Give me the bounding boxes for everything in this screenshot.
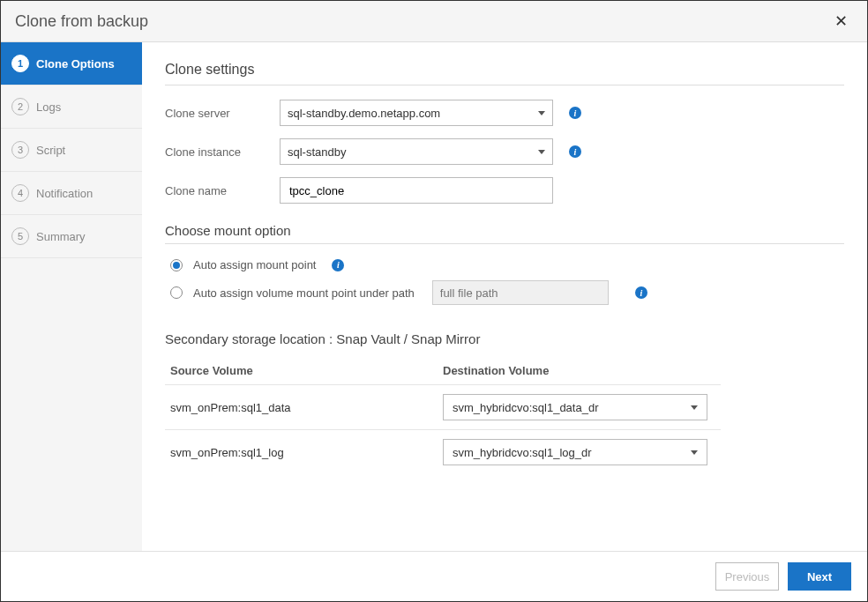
clone-server-label: Clone server (165, 107, 280, 120)
table-row: svm_onPrem:sql1_log svm_hybridcvo:sql1_l… (165, 429, 721, 474)
step-number: 5 (11, 227, 29, 245)
mount-option-auto-label: Auto assign mount point (193, 258, 316, 271)
clone-instance-label: Clone instance (165, 145, 280, 159)
destination-volume-select[interactable]: svm_hybridcvo:sql1_data_dr (443, 394, 707, 420)
clone-name-input[interactable] (280, 177, 553, 204)
modal-footer: Previous Next (1, 551, 867, 601)
mount-option-path[interactable]: Auto assign volume mount point under pat… (170, 280, 844, 305)
destination-volume-select[interactable]: svm_hybridcvo:sql1_log_dr (443, 439, 707, 465)
info-icon[interactable]: i (569, 145, 581, 158)
radio-icon[interactable] (170, 286, 183, 299)
divider (165, 243, 844, 244)
wizard-step-notification[interactable]: 4 Notification (1, 172, 142, 215)
clone-server-value: sql-standby.demo.netapp.com (288, 107, 440, 120)
clone-name-label: Clone name (165, 184, 280, 197)
chevron-down-icon (691, 405, 698, 410)
step-label: Clone Options (36, 57, 115, 71)
clone-instance-row: Clone instance sql-standby i (165, 138, 844, 165)
info-icon[interactable]: i (332, 259, 344, 271)
info-icon[interactable]: i (569, 107, 581, 119)
step-label: Logs (36, 100, 61, 114)
step-number: 2 (11, 98, 29, 115)
step-label: Script (36, 144, 65, 157)
close-icon[interactable]: ✕ (829, 10, 853, 33)
chevron-down-icon (538, 150, 545, 154)
modal-title: Clone from backup (15, 12, 148, 31)
modal-body: 1 Clone Options 2 Logs 3 Script 4 Notifi… (1, 42, 867, 551)
clone-instance-select[interactable]: sql-standby (280, 138, 553, 165)
table-header: Source Volume Destination Volume (165, 357, 721, 384)
destination-volume-header: Destination Volume (443, 364, 715, 377)
content-area: Clone settings Clone server sql-standby.… (142, 42, 867, 551)
modal-header: Clone from backup ✕ (1, 1, 867, 42)
step-number: 1 (11, 55, 29, 72)
clone-server-row: Clone server sql-standby.demo.netapp.com… (165, 100, 844, 126)
wizard-step-summary[interactable]: 5 Summary (1, 215, 142, 258)
destination-volume-value: svm_hybridcvo:sql1_data_dr (453, 401, 598, 414)
mount-option-auto[interactable]: Auto assign mount point i (170, 258, 844, 271)
destination-volume-value: svm_hybridcvo:sql1_log_dr (453, 446, 592, 459)
divider (165, 85, 844, 85)
wizard-step-script[interactable]: 3 Script (1, 129, 142, 172)
clone-modal: Clone from backup ✕ 1 Clone Options 2 Lo… (0, 0, 868, 602)
storage-heading: Secondary storage location : Snap Vault … (165, 331, 844, 346)
clone-server-select[interactable]: sql-standby.demo.netapp.com (280, 100, 553, 126)
mount-path-input (432, 280, 609, 305)
source-volume-cell: svm_onPrem:sql1_data (170, 401, 443, 414)
wizard-step-logs[interactable]: 2 Logs (1, 85, 142, 129)
step-label: Summary (36, 230, 86, 243)
clone-instance-value: sql-standby (288, 145, 346, 159)
previous-button: Previous (715, 562, 779, 591)
chevron-down-icon (691, 450, 698, 455)
next-button[interactable]: Next (788, 562, 851, 591)
step-label: Notification (36, 187, 93, 200)
step-number: 4 (11, 184, 29, 202)
wizard-nav: 1 Clone Options 2 Logs 3 Script 4 Notifi… (1, 42, 142, 551)
table-row: svm_onPrem:sql1_data svm_hybridcvo:sql1_… (165, 384, 721, 429)
storage-table: Source Volume Destination Volume svm_onP… (165, 357, 721, 474)
clone-name-row: Clone name (165, 177, 844, 204)
wizard-step-clone-options[interactable]: 1 Clone Options (1, 42, 142, 85)
info-icon[interactable]: i (635, 286, 647, 299)
source-volume-cell: svm_onPrem:sql1_log (170, 446, 443, 459)
step-number: 3 (11, 141, 29, 159)
radio-icon[interactable] (170, 259, 183, 271)
chevron-down-icon (538, 111, 545, 115)
source-volume-header: Source Volume (170, 364, 443, 377)
mount-option-heading: Choose mount option (165, 223, 844, 238)
clone-settings-heading: Clone settings (165, 62, 844, 78)
mount-option-path-label: Auto assign volume mount point under pat… (193, 286, 415, 300)
